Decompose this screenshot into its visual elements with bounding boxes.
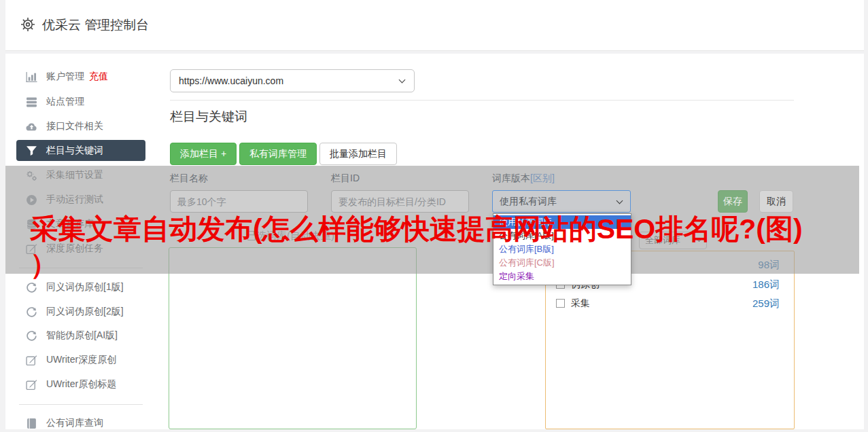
- refresh-icon: [26, 282, 37, 293]
- dropdown-option[interactable]: 公有词库[C版]: [493, 256, 631, 270]
- add-column-button[interactable]: 添加栏目 +: [170, 143, 237, 165]
- sidebar-item-label: 同义词伪原创[1版]: [46, 281, 124, 293]
- sidebar-item-account[interactable]: 账户管理 充值: [16, 65, 145, 89]
- sidebar-item-public-dict-query[interactable]: 公有词库查询: [16, 411, 145, 432]
- gear-icon: [20, 16, 36, 33]
- sidebar-item-columns-keywords[interactable]: 栏目与关键词: [16, 140, 145, 161]
- dim-overlay: [5, 166, 859, 274]
- server-icon: [26, 96, 37, 108]
- sidebar-item-label: 账户管理: [46, 71, 84, 83]
- column-id-input[interactable]: [331, 190, 469, 213]
- dropdown-option[interactable]: 定向采集: [493, 270, 631, 283]
- app-header: 优采云 管理控制台: [5, 0, 864, 51]
- sidebar-item-label: UWriter深度原创: [46, 354, 116, 366]
- divider: [170, 100, 794, 101]
- keyword-label: 采集: [571, 298, 590, 310]
- sidebar-item-synonym-v1[interactable]: 同义词伪原创[1版]: [16, 275, 145, 300]
- sidebar-item-label: 接口文件相关: [46, 120, 103, 132]
- book-icon: [26, 418, 37, 429]
- funnel-icon: [26, 145, 37, 156]
- private-dict-button[interactable]: 私有词库管理: [239, 143, 317, 165]
- dropdown-option[interactable]: 公有词库[A版]: [493, 229, 631, 242]
- column-name-input[interactable]: [170, 190, 308, 213]
- sidebar-item-uwriter-title[interactable]: UWriter原创标题: [16, 372, 145, 397]
- keyword-count: 186词: [752, 278, 780, 291]
- edit-icon: [26, 355, 37, 366]
- dict-version-value: 使用私有词库: [500, 196, 557, 206]
- dropdown-option[interactable]: 使用私有词库: [493, 215, 631, 229]
- dropdown-option[interactable]: 公有词库[B版]: [493, 242, 631, 256]
- sidebar-item-label: 智能伪原创[AI版]: [46, 329, 118, 342]
- sidebar-item-sites[interactable]: 站点管理: [16, 90, 145, 114]
- sidebar-item-label: 站点管理: [46, 96, 84, 108]
- dict-version-select[interactable]: 使用私有词库: [492, 190, 631, 213]
- sidebar-item-label: UWriter原创标题: [46, 378, 116, 391]
- sidebar-divider: [19, 404, 143, 405]
- sidebar-item-interface-files[interactable]: 接口文件相关: [16, 114, 145, 139]
- sidebar-item-uwriter-deep[interactable]: UWriter深度原创: [16, 348, 145, 372]
- batch-add-button[interactable]: 批量添加栏目: [319, 143, 397, 165]
- sidebar-item-label: 公有词库查询: [46, 417, 103, 429]
- recharge-badge[interactable]: 充值: [89, 71, 108, 83]
- keyword-count: 259词: [752, 298, 780, 310]
- sidebar-item-ai-pseudo[interactable]: 智能伪原创[AI版]: [16, 323, 145, 348]
- dict-version-dropdown: 使用私有词库 公有词库[A版] 公有词库[B版] 公有词库[C版] 定向采集: [493, 213, 631, 285]
- site-select-value: https://www.ucaiyun.com: [179, 75, 283, 86]
- keyword-row: 采集 259词: [545, 298, 795, 311]
- refresh-icon: [26, 306, 37, 318]
- chevron-down-icon: [399, 77, 406, 84]
- selected-keywords-box[interactable]: [169, 247, 417, 429]
- edit-icon: [26, 379, 37, 391]
- app-title: 优采云 管理控制台: [42, 16, 149, 34]
- column-id-label: 栏目ID: [331, 173, 360, 185]
- sidebar-item-synonym-v2[interactable]: 同义词伪原创[2版]: [16, 300, 145, 324]
- page-title: 栏目与关键词: [170, 108, 247, 126]
- cancel-button[interactable]: 取消: [759, 190, 793, 213]
- bar-chart-icon: [26, 71, 37, 83]
- sidebar-item-label: 同义词伪原创[2版]: [46, 306, 124, 318]
- dict-version-label-text: 词库版本: [492, 173, 530, 183]
- chevron-down-icon: [617, 198, 623, 204]
- refresh-icon: [26, 330, 37, 342]
- save-button[interactable]: 保存: [718, 190, 748, 213]
- page: 优采云 管理控制台 账户管理 充值 站点管理 接口文件相关: [0, 0, 868, 432]
- cloud-upload-icon: [26, 121, 37, 132]
- sidebar-item-label: 栏目与关键词: [46, 145, 103, 157]
- dict-version-diff-link[interactable]: [区别]: [530, 173, 555, 183]
- keyword-checkbox[interactable]: [556, 299, 565, 308]
- dict-version-label: 词库版本[区别]: [492, 173, 555, 185]
- column-name-label: 栏目名称: [170, 173, 208, 185]
- site-select[interactable]: https://www.ucaiyun.com: [170, 69, 415, 92]
